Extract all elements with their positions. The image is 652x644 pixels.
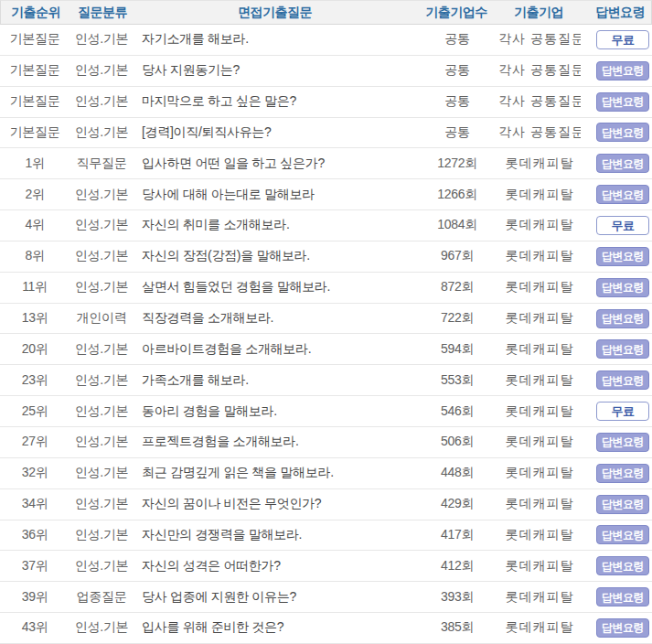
free-button[interactable]: 무료	[596, 216, 649, 235]
company-cell: 각사 공통질문	[498, 93, 581, 110]
answer-tips-button[interactable]: 답변요령	[596, 618, 649, 638]
answer-tips-button[interactable]: 답변요령	[596, 433, 649, 452]
category-cell: 인성.기본	[69, 31, 134, 48]
action-cell: 답변요령	[581, 370, 652, 390]
action-cell: 답변요령	[581, 618, 652, 638]
company-cell: 롯데캐피탈	[498, 248, 581, 264]
answer-tips-button[interactable]: 답변요령	[596, 339, 649, 359]
count-cell: 429회	[416, 496, 498, 512]
table-row: 34위 인성.기본 자신의 꿈이나 비전은 무엇인가? 429회 롯데캐피탈 답…	[0, 489, 652, 521]
count-cell: 448회	[416, 465, 498, 481]
table-row: 기본질문 인성.기본 마지막으로 하고 싶은 말은? 공통 각사 공통질문 답변…	[0, 87, 652, 118]
rank-cell: 20위	[0, 341, 69, 358]
free-button[interactable]: 무료	[596, 402, 649, 421]
column-header-count: 기출기업수	[415, 5, 497, 21]
rank-cell: 25위	[0, 403, 69, 420]
action-cell: 답변요령	[581, 339, 652, 359]
category-cell: 인성.기본	[69, 496, 134, 512]
question-cell: 당사 지원동기는?	[134, 62, 416, 79]
answer-tips-button[interactable]: 답변요령	[596, 92, 649, 112]
column-header-question: 면접기출질문	[134, 5, 415, 21]
category-cell: 인성.기본	[69, 372, 134, 389]
company-cell: 롯데캐피탈	[498, 341, 581, 358]
category-cell: 인성.기본	[69, 217, 134, 233]
company-cell: 롯데캐피탈	[498, 156, 581, 172]
answer-tips-button[interactable]: 답변요령	[596, 309, 649, 328]
count-cell: 417회	[416, 527, 498, 543]
answer-tips-button[interactable]: 답변요령	[596, 556, 649, 575]
category-cell: 인성.기본	[69, 62, 134, 79]
count-cell: 506회	[416, 434, 498, 450]
count-cell: 1266회	[416, 187, 498, 203]
answer-tips-button[interactable]: 답변요령	[596, 154, 649, 173]
answer-tips-button[interactable]: 답변요령	[596, 247, 649, 266]
answer-tips-button[interactable]: 답변요령	[596, 525, 649, 544]
table-row: 25위 인성.기본 동아리 경험을 말해보라. 546회 롯데캐피탈 무료	[0, 396, 652, 427]
company-cell: 각사 공통질문	[498, 62, 581, 79]
question-cell: 최근 감명깊게 읽은 책을 말해보라.	[134, 465, 416, 481]
count-cell: 385회	[416, 619, 498, 636]
rank-cell: 34위	[0, 496, 69, 512]
table-row: 36위 인성.기본 자신만의 경쟁력을 말해보라. 417회 롯데캐피탈 답변요…	[0, 521, 652, 552]
interview-question-table: 기출순위 질문분류 면접기출질문 기출기업수 기출기업 답변요령 기본질문 인성…	[0, 0, 652, 644]
answer-tips-button[interactable]: 답변요령	[596, 123, 649, 142]
rank-cell: 기본질문	[0, 31, 69, 48]
question-cell: 자신만의 경쟁력을 말해보라.	[134, 527, 416, 543]
category-cell: 인성.기본	[69, 279, 134, 295]
question-cell: 자신의 꿈이나 비전은 무엇인가?	[134, 496, 416, 512]
category-cell: 업종질문	[69, 589, 134, 606]
table-row: 8위 인성.기본 자신의 장점(강점)을 말해보라. 967회 롯데캐피탈 답변…	[0, 242, 652, 273]
action-cell: 무료	[581, 216, 652, 235]
answer-tips-button[interactable]: 답변요령	[596, 495, 649, 514]
action-cell: 답변요령	[581, 278, 652, 297]
question-cell: 살면서 힘들었던 경험을 말해보라.	[134, 279, 416, 295]
action-cell: 답변요령	[581, 185, 652, 204]
company-cell: 롯데캐피탈	[498, 527, 581, 543]
table-row: 4위 인성.기본 자신의 취미를 소개해보라. 1084회 롯데캐피탈 무료	[0, 210, 652, 242]
answer-tips-button[interactable]: 답변요령	[596, 370, 649, 390]
company-cell: 롯데캐피탈	[498, 217, 581, 233]
count-cell: 594회	[416, 341, 498, 358]
count-cell: 공통	[416, 93, 498, 110]
table-row: 32위 인성.기본 최근 감명깊게 읽은 책을 말해보라. 448회 롯데캐피탈…	[0, 458, 652, 489]
company-cell: 롯데캐피탈	[498, 434, 581, 450]
count-cell: 546회	[416, 403, 498, 420]
table-row: 39위 업종질문 당사 업종에 지원한 이유는? 393회 롯데캐피탈 답변요령	[0, 582, 652, 613]
company-cell: 롯데캐피탈	[498, 496, 581, 512]
table-row: 13위 개인이력 직장경력을 소개해보라. 722회 롯데캐피탈 답변요령	[0, 304, 652, 335]
company-cell: 롯데캐피탈	[498, 465, 581, 481]
answer-tips-button[interactable]: 답변요령	[596, 587, 649, 606]
rank-cell: 23위	[0, 372, 69, 389]
answer-tips-button[interactable]: 답변요령	[596, 185, 649, 204]
column-header-action: 답변요령	[580, 5, 651, 21]
question-cell: 아르바이트경험을 소개해보라.	[134, 341, 416, 358]
rank-cell: 1위	[0, 156, 69, 172]
question-cell: 입사를 위해 준비한 것은?	[134, 619, 416, 636]
category-cell: 인성.기본	[69, 527, 134, 543]
question-cell: 마지막으로 하고 싶은 말은?	[134, 93, 416, 110]
company-cell: 롯데캐피탈	[498, 619, 581, 636]
action-cell: 답변요령	[581, 92, 652, 112]
table-row: 23위 인성.기본 가족소개를 해보라. 553회 롯데캐피탈 답변요령	[0, 365, 652, 396]
count-cell: 1084회	[416, 217, 498, 233]
table-row: 27위 인성.기본 프로젝트경험을 소개해보라. 506회 롯데캐피탈 답변요령	[0, 427, 652, 458]
table-row: 1위 직무질문 입사하면 어떤 일을 하고 싶은가? 1272회 롯데캐피탈 답…	[0, 148, 652, 179]
count-cell: 공통	[416, 62, 498, 79]
category-cell: 인성.기본	[69, 248, 134, 264]
free-button[interactable]: 무료	[596, 30, 649, 49]
table-row: 기본질문 인성.기본 자기소개를 해보라. 공통 각사 공통질문 무료	[0, 25, 652, 56]
question-cell: 직장경력을 소개해보라.	[134, 310, 416, 327]
answer-tips-button[interactable]: 답변요령	[596, 61, 649, 80]
answer-tips-button[interactable]: 답변요령	[596, 464, 649, 483]
action-cell: 무료	[581, 402, 652, 421]
question-cell: 입사하면 어떤 일을 하고 싶은가?	[134, 156, 416, 172]
category-cell: 인성.기본	[69, 558, 134, 574]
rank-cell: 39위	[0, 589, 69, 606]
question-cell: [경력]이직/퇴직사유는?	[134, 124, 416, 141]
action-cell: 답변요령	[581, 556, 652, 575]
answer-tips-button[interactable]: 답변요령	[596, 278, 649, 297]
category-cell: 인성.기본	[69, 187, 134, 203]
count-cell: 553회	[416, 372, 498, 389]
rank-cell: 기본질문	[0, 124, 69, 141]
table-header-row: 기출순위 질문분류 면접기출질문 기출기업수 기출기업 답변요령	[0, 0, 652, 25]
